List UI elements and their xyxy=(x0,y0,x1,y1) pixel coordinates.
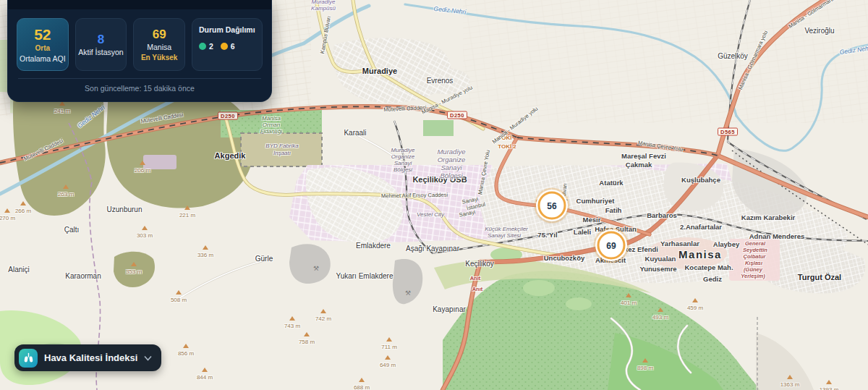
active-stations-label: Aktif İstasyon xyxy=(78,48,123,56)
average-aqi-label: Ortalama AQI xyxy=(20,54,66,63)
legend-count: 2 xyxy=(209,42,213,51)
map-viewport: ManisaMuradiyeAkgedikTurgut ÖzalKeçilikö… xyxy=(0,0,868,390)
aqi-marker-56[interactable]: 56 xyxy=(538,192,566,220)
aqi-marker-69[interactable]: 69 xyxy=(597,232,626,260)
status-distribution-title: Durum Dağılımı xyxy=(199,25,255,35)
active-stations-value: 8 xyxy=(98,33,104,46)
panel-header-strip xyxy=(8,0,271,9)
average-aqi-category: Orta xyxy=(35,44,51,52)
status-distribution-legend: 26 xyxy=(199,42,235,51)
aqi-summary-panel: 52 Orta Ortalama AQI 8 Aktif İstasyon 69… xyxy=(7,0,272,102)
average-aqi-value: 52 xyxy=(34,27,51,42)
aqi-index-toggle-label: Hava Kalitesi İndeksi xyxy=(44,352,137,363)
aqi-index-toggle[interactable]: Hava Kalitesi İndeksi xyxy=(14,344,161,371)
legend-item: 6 xyxy=(221,42,235,51)
legend-count: 6 xyxy=(231,42,235,51)
card-active-stations[interactable]: 8 Aktif İstasyon xyxy=(75,18,127,71)
card-highest-aqi[interactable]: 69 Manisa En Yüksek xyxy=(133,18,185,71)
legend-dot xyxy=(221,43,228,50)
chevron-down-icon xyxy=(144,355,152,361)
legend-dot xyxy=(199,43,206,50)
highest-aqi-value: 69 xyxy=(153,28,166,41)
highest-aqi-city: Manisa xyxy=(147,43,171,51)
card-average-aqi[interactable]: 52 Orta Ortalama AQI xyxy=(17,18,69,71)
legend-item: 2 xyxy=(199,42,213,51)
last-updated-text: Son güncelleme: 15 dakika önce xyxy=(8,79,271,93)
card-status-distribution[interactable]: Durum Dağılımı 26 xyxy=(192,18,263,71)
highest-aqi-label: En Yüksek xyxy=(141,54,177,62)
lungs-icon xyxy=(19,349,38,368)
